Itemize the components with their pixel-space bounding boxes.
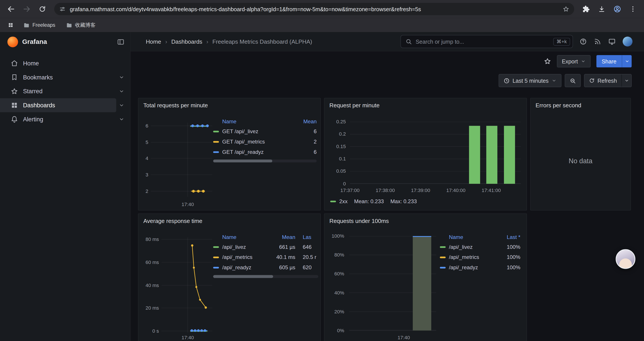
series-mean: 6 <box>293 128 317 135</box>
breadcrumb-dashboards[interactable]: Dashboards <box>171 38 202 45</box>
y-tick: 2 <box>138 188 148 194</box>
favorite-dashboard-button[interactable] <box>544 58 551 65</box>
series-name[interactable]: /api/_metrics <box>449 254 493 260</box>
series-name[interactable]: /api/_readyz <box>449 264 493 270</box>
y-tick: 3 <box>138 172 148 178</box>
series-name[interactable]: /api/_readyz <box>222 264 268 270</box>
kiosk-mode-button[interactable] <box>608 38 616 45</box>
site-settings-icon[interactable] <box>59 6 66 12</box>
y-tick: 0.15 <box>328 144 346 149</box>
legend-row[interactable]: GET /api/_metrics 2 <box>213 137 316 147</box>
url-text[interactable]: grafana.mathmast.com/d/deytv4rwavabkb/fr… <box>70 6 559 12</box>
series-name[interactable]: GET /api/_livez <box>222 128 290 135</box>
extensions-button[interactable] <box>579 2 593 16</box>
panel-title[interactable]: Average response time <box>143 217 202 224</box>
panel-title[interactable]: Errors per second <box>536 102 581 109</box>
back-icon <box>7 5 15 13</box>
series-mean: 2 <box>293 138 317 145</box>
expand-alerting-button[interactable] <box>116 116 127 122</box>
legend-row[interactable]: GET /api/_readyz 6 <box>213 147 316 157</box>
sidebar-item-dashboards[interactable]: Dashboards <box>0 98 116 112</box>
search-input[interactable]: Search or jump to... ⌘+k <box>400 35 573 48</box>
user-avatar[interactable] <box>623 37 632 47</box>
series-color-swatch <box>440 267 446 268</box>
grafana-logo[interactable] <box>8 37 18 47</box>
legend-col-name[interactable]: Name <box>222 118 290 124</box>
profile-icon <box>613 5 621 13</box>
sidebar-item-home[interactable]: Home <box>0 56 127 71</box>
legend-row[interactable]: /api/_readyz 605 µs 620 <box>213 262 318 272</box>
sidebar-item-alerting[interactable]: Alerting <box>0 112 116 126</box>
legend-col-last[interactable]: Last * <box>496 234 520 240</box>
legend-row[interactable]: /api/_metrics 100% <box>440 252 520 262</box>
y-tick: 100% <box>324 233 344 239</box>
apps-grid-button[interactable] <box>5 20 16 31</box>
legend-scrollbar[interactable] <box>213 160 316 162</box>
series-mean: 6 <box>293 149 317 155</box>
browser-profile-button[interactable] <box>610 2 624 16</box>
refresh-interval-dropdown[interactable] <box>622 74 631 87</box>
legend-col-last[interactable]: Las <box>298 234 318 240</box>
export-button[interactable]: Export <box>557 55 591 67</box>
sidebar: Grafana Home Bookmarks <box>0 32 131 341</box>
series-name[interactable]: /api/_livez <box>222 244 268 250</box>
forward-button[interactable] <box>20 2 34 16</box>
legend-col-mean[interactable]: Mean <box>293 118 317 124</box>
nav-row: Starred <box>0 84 130 98</box>
reload-button[interactable] <box>35 2 49 16</box>
sidebar-toggle-button[interactable] <box>117 38 124 46</box>
legend-row[interactable]: /api/_metrics 40.1 ms 20.5 r <box>213 252 318 262</box>
share-button[interactable]: Share <box>596 55 622 67</box>
legend-col-mean[interactable]: Mean <box>272 234 296 240</box>
panel-grid: Total requests per minute 6 5 4 3 2 17:4… <box>131 98 644 328</box>
panel-title[interactable]: Request per minute <box>330 102 380 109</box>
refresh-button[interactable]: Refresh <box>584 74 622 87</box>
legend-row[interactable]: /api/_readyz 100% <box>440 262 520 272</box>
news-button[interactable] <box>594 38 601 45</box>
scrollbar-thumb[interactable] <box>213 160 272 162</box>
series-name[interactable]: /api/_metrics <box>222 254 268 260</box>
series-name[interactable]: GET /api/_readyz <box>222 149 290 155</box>
sidebar-item-bookmarks[interactable]: Bookmarks <box>0 70 116 84</box>
share-dropdown-button[interactable] <box>622 55 632 67</box>
floating-assistant-avatar[interactable] <box>616 249 636 269</box>
legend-col-name[interactable]: Name <box>449 234 493 240</box>
url-bar[interactable]: grafana.mathmast.com/d/deytv4rwavabkb/fr… <box>54 3 574 15</box>
legend-row[interactable]: /api/_livez 100% <box>440 242 520 252</box>
help-icon <box>580 38 587 45</box>
search-icon <box>405 38 412 45</box>
legend-header: Name Mean Las <box>213 232 318 242</box>
expand-dashboards-button[interactable] <box>116 103 127 108</box>
bookmark-folder-blogs[interactable]: 收藏博客 <box>62 20 99 30</box>
panel-title[interactable]: Requests under 100ms <box>330 217 389 224</box>
scrollbar-thumb[interactable] <box>213 275 273 278</box>
bookmark-star-icon[interactable] <box>563 6 569 12</box>
x-tick: 17:40:00 <box>444 187 468 193</box>
bookmark-folder-freeleaps[interactable]: Freeleaps <box>20 21 59 30</box>
sidebar-item-starred[interactable]: Starred <box>0 84 116 98</box>
panel-title[interactable]: Total requests per minute <box>143 102 208 109</box>
y-tick: 0 s <box>138 328 159 334</box>
series-name[interactable]: /api/_livez <box>449 244 493 250</box>
panel-average-response-time: Average response time 80 ms 60 ms 40 ms … <box>138 213 321 341</box>
legend-row[interactable]: /api/_livez 661 µs 646 <box>213 242 318 252</box>
bookmark-label: Freeleaps <box>32 22 55 28</box>
legend-scrollbar[interactable] <box>213 275 318 278</box>
expand-bookmarks-button[interactable] <box>116 74 127 80</box>
y-tick: 20% <box>324 309 344 314</box>
series-name[interactable]: GET /api/_metrics <box>222 138 290 145</box>
back-button[interactable] <box>4 2 18 16</box>
downloads-button[interactable] <box>595 2 609 16</box>
panel-legend: 2xx Mean: 0.233 Max: 0.233 <box>330 198 417 204</box>
zoom-out-time-button[interactable] <box>565 74 581 87</box>
share-button-group: Share <box>596 55 632 67</box>
legend-col-name[interactable]: Name <box>222 234 268 240</box>
sidebar-nav: Home Bookmarks Starred <box>0 51 130 126</box>
browser-menu-button[interactable] <box>626 2 640 16</box>
legend-row[interactable]: GET /api/_livez 6 <box>213 126 316 137</box>
expand-starred-button[interactable] <box>116 88 127 94</box>
series-name[interactable]: 2xx <box>339 198 348 204</box>
breadcrumb-home[interactable]: Home <box>146 38 161 45</box>
time-range-picker[interactable]: Last 5 minutes <box>499 74 561 87</box>
help-button[interactable] <box>580 38 587 45</box>
